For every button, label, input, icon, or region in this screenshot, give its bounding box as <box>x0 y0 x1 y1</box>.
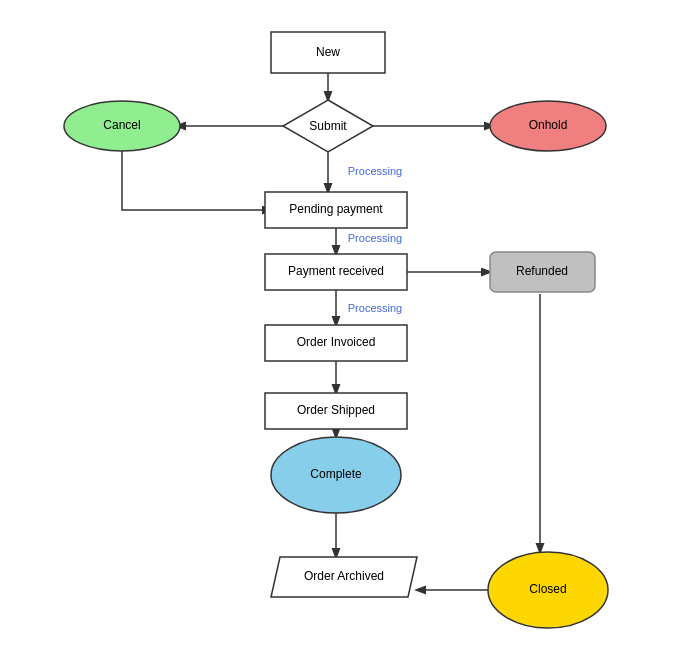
processing-label-3: Processing <box>348 302 402 314</box>
node-new-label: New <box>316 45 340 59</box>
processing-label-1: Processing <box>348 165 402 177</box>
node-pending-label: Pending payment <box>289 202 383 216</box>
node-refunded-label: Refunded <box>516 264 568 278</box>
node-invoiced-label: Order Invoiced <box>297 335 376 349</box>
arrow-cancel-to-pending <box>122 151 271 210</box>
node-complete-label: Complete <box>310 467 362 481</box>
node-archived-label: Order Archived <box>304 569 384 583</box>
node-submit-label: Submit <box>309 119 347 133</box>
node-onhold-label: Onhold <box>529 118 568 132</box>
node-cancel-label: Cancel <box>103 118 140 132</box>
node-shipped-label: Order Shipped <box>297 403 375 417</box>
flowchart-diagram: New Submit Cancel Onhold Processing Pend… <box>0 0 677 654</box>
processing-label-2: Processing <box>348 232 402 244</box>
node-closed-label: Closed <box>529 582 566 596</box>
node-payment-label: Payment received <box>288 264 384 278</box>
